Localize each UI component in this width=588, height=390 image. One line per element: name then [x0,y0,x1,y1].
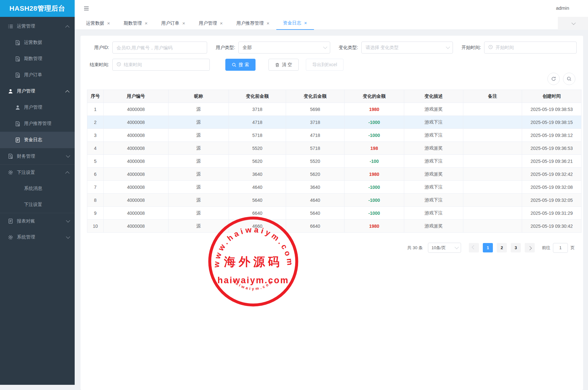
sidebar-item-report-reconciliation[interactable]: 报表对账 [0,213,75,229]
doc-gear-icon [8,153,13,159]
chevron-left-icon [472,245,476,250]
table-row[interactable]: 34000008源57184718-1000游戏下注2025-05-19 09:… [87,129,582,142]
change-amount: 198 [344,142,404,155]
tabbar: 运营数据× 期数管理× 用户订单× 用户管理× 用户推荐管理× 资金日志× [75,17,588,30]
clear-button[interactable]: 清 空 [269,59,299,71]
refresh-icon [551,76,556,81]
doc-gear-icon [15,40,20,45]
tab-user-referral[interactable]: 用户推荐管理× [230,17,276,30]
change-amount: 1980 [344,168,404,181]
search-button[interactable]: 搜 索 [225,59,256,71]
sidebar-item-period-management[interactable]: 期数管理 [0,51,75,67]
chevron-down-icon [323,45,327,49]
table-row[interactable]: 104000008源466066401980游戏派奖2025-05-19 09:… [87,220,582,233]
sidebar-item-bet-settings[interactable]: 下注设置 [0,197,75,213]
end-time-label: 结束时间: [89,62,109,68]
tab-fund-log[interactable]: 资金日志× [276,17,314,30]
sidebar-item-user-management[interactable]: 用户管理 [0,99,75,116]
sidebar-item-finance[interactable]: 财务管理 [0,148,75,164]
change-amount: -100 [344,155,404,168]
close-icon[interactable]: × [220,21,223,26]
tab-overflow-button[interactable] [558,17,588,30]
gear-icon [8,235,13,240]
sidebar-menu: 运营管理 运营数据 期数管理 用户订单 用户管理 用户管理 用户推荐管理 [0,17,75,245]
change-type-label: 变化类型: [335,45,358,51]
next-page-button[interactable] [525,243,535,252]
table-row[interactable]: 94000008源66405640-1000游戏下注2025-05-19 09:… [87,207,582,220]
tab-period-management[interactable]: 期数管理× [117,17,155,30]
doc-gear-icon [15,72,20,78]
goto-label: 前往 [542,245,550,251]
sidebar: HASH28管理后台 运营管理 运营数据 期数管理 用户订单 用户管理 用户管理 [0,0,75,385]
table-row[interactable]: 64000008源364056201980游戏派奖2025-05-19 09:3… [87,168,582,181]
user-id-input[interactable] [112,42,207,54]
export-excel-button[interactable]: 导出到Excel [306,59,344,71]
table-row[interactable]: 74000008源46403640-1000游戏下注2025-05-19 09:… [87,181,582,194]
clock-icon [117,62,121,67]
doc-gear-icon [15,56,20,62]
pagination-total: 共 30 条 [407,245,423,251]
search-icon [567,76,572,81]
start-time-input[interactable]: 开始时间 [484,42,577,54]
sidebar-item-user-orders[interactable]: 用户订单 [0,67,75,83]
refresh-button[interactable] [547,73,560,85]
app-logo: HASH28管理后台 [0,0,75,17]
pagination: 共 30 条 10条/页 1 2 3 前往 页 [87,243,575,253]
sidebar-item-user-referral[interactable]: 用户推荐管理 [0,116,75,132]
change-type-select[interactable]: 请选择 变化类型 [361,42,453,54]
change-amount: -1000 [344,181,404,194]
table-row[interactable]: 54000008源56205520-100游戏下注2025-05-19 09:3… [87,155,582,168]
list-icon [8,24,13,29]
filter-panel: 用户ID: 用户类型: 全部 变化类型: 请选择 变化类型 开始时间: 开始时间… [89,42,577,76]
chevron-down-icon [66,153,70,158]
tab-operation-data[interactable]: 运营数据× [79,17,117,30]
sidebar-item-system-management[interactable]: 系统管理 [0,229,75,245]
sidebar-item-user-management-group[interactable]: 用户管理 [0,83,75,99]
user-type-label: 用户类型: [207,45,235,51]
chevron-down-icon [455,245,459,249]
user-id-label: 用户ID: [89,45,109,51]
table-row[interactable]: 14000008源371856981980游戏派奖2025-05-19 09:3… [87,103,582,116]
doc-gear-icon [15,121,20,127]
sidebar-item-system-messages[interactable]: 系统消息 [0,180,75,197]
page-button-1[interactable]: 1 [483,243,493,252]
close-icon[interactable]: × [267,21,269,26]
goto-page-input[interactable] [553,243,568,253]
clock-icon [488,45,493,50]
fund-log-table: 序号 用户编号 昵称 变化前金额 变化后金额 变化的金额 变化描述 备注 创建时… [87,90,582,233]
change-amount: 1980 [344,103,404,116]
prev-page-button[interactable] [469,243,479,252]
page-button-3[interactable]: 3 [511,243,521,252]
chevron-down-icon [571,21,576,25]
tab-user-orders[interactable]: 用户订单× [155,17,192,30]
table-tools [547,73,575,85]
trash-icon [275,63,280,67]
user-menu[interactable]: admin [556,5,569,11]
user-type-select[interactable]: 全部 [238,42,330,54]
chevron-right-icon [528,246,532,250]
sidebar-item-operation-data[interactable]: 运营数据 [0,34,75,51]
hamburger-menu-icon[interactable] [83,5,90,12]
chevron-up-icon [65,90,69,94]
sidebar-item-bet-settings-group[interactable]: 下注设置 [0,164,75,180]
table-row[interactable]: 84000008源56404640-1000游戏下注2025-05-19 09:… [87,194,582,207]
close-icon[interactable]: × [107,21,110,26]
sidebar-item-operations[interactable]: 运营管理 [0,18,75,34]
page-size-select[interactable]: 10条/页 [428,243,461,253]
content-card: 用户ID: 用户类型: 全部 变化类型: 请选择 变化类型 开始时间: 开始时间… [81,36,583,390]
page-button-2[interactable]: 2 [497,243,507,252]
table-row[interactable]: 24000008源47183718-1000游戏下注2025-05-19 09:… [87,116,582,129]
column-search-button[interactable] [563,73,575,85]
close-icon[interactable]: × [304,20,307,25]
sidebar-item-fund-log[interactable]: 资金日志 [0,132,75,148]
close-icon[interactable]: × [145,21,148,26]
close-icon[interactable]: × [182,21,185,26]
change-amount: -1000 [344,194,404,207]
change-amount: -1000 [344,129,404,142]
chevron-up-icon [65,171,69,176]
tab-user-management[interactable]: 用户管理× [192,17,230,30]
start-time-label: 开始时间: [457,45,481,51]
end-time-input[interactable]: 结束时间 [112,59,210,71]
table-row[interactable]: 44000008源55205718198游戏派奖2025-05-19 09:36… [87,142,582,155]
chevron-up-icon [65,25,69,29]
